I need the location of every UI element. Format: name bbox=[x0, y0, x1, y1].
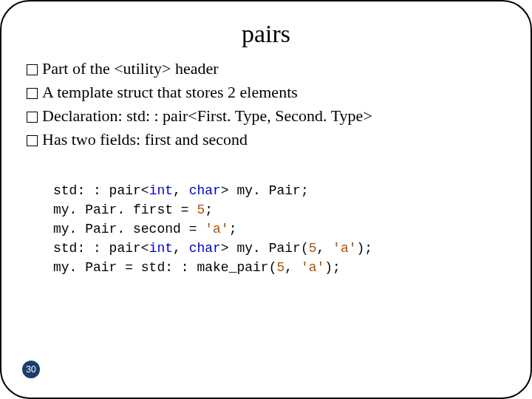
code-char: 'a' bbox=[205, 222, 228, 236]
code-text: ); bbox=[324, 260, 341, 275]
bullet-item: Has two fields: first and second bbox=[27, 128, 501, 151]
bullet-box-icon bbox=[27, 64, 38, 75]
code-text: ; bbox=[229, 222, 237, 236]
code-text: my. Pair = std: : make_pair( bbox=[53, 260, 276, 275]
code-text: ); bbox=[357, 241, 373, 256]
bullet-list: Part of the <utility> header A template … bbox=[27, 57, 501, 151]
bullet-box-icon bbox=[27, 112, 38, 123]
page-number-badge: 30 bbox=[22, 361, 40, 378]
code-block: std: : pair<int, char> my. Pair; my. Pai… bbox=[53, 181, 501, 277]
bullet-box-icon bbox=[27, 88, 38, 99]
code-text: my. Pair. first = bbox=[53, 202, 197, 217]
bullet-text: A template struct that stores 2 elements bbox=[42, 81, 298, 104]
code-keyword: char bbox=[189, 183, 221, 198]
code-keyword: int bbox=[149, 183, 173, 198]
code-text: ; bbox=[205, 202, 213, 217]
code-text: > my. Pair( bbox=[221, 241, 309, 256]
slide-title: pairs bbox=[31, 20, 501, 48]
code-char: 'a' bbox=[301, 260, 324, 275]
code-number: 5 bbox=[309, 241, 317, 256]
code-text: , bbox=[284, 260, 301, 275]
code-keyword: int bbox=[149, 241, 173, 256]
slide-frame: pairs Part of the <utility> header A tem… bbox=[0, 0, 532, 399]
code-keyword: char bbox=[189, 241, 221, 256]
code-text: std: : pair< bbox=[53, 183, 149, 198]
code-text: my. Pair. second = bbox=[53, 222, 205, 236]
code-text: , bbox=[173, 183, 189, 198]
code-text: > my. Pair; bbox=[221, 183, 309, 198]
code-number: 5 bbox=[197, 202, 205, 217]
code-char: 'a' bbox=[332, 241, 356, 256]
code-text: std: : pair< bbox=[53, 241, 149, 256]
page-number: 30 bbox=[26, 364, 35, 375]
bullet-text: Has two fields: first and second bbox=[42, 128, 248, 151]
bullet-item: Part of the <utility> header bbox=[27, 57, 501, 81]
bullet-box-icon bbox=[27, 135, 38, 146]
bullet-item: A template struct that stores 2 elements bbox=[27, 81, 501, 104]
code-text: , bbox=[317, 241, 333, 256]
bullet-text: Part of the <utility> header bbox=[42, 57, 219, 81]
code-number: 5 bbox=[276, 260, 284, 275]
bullet-text: Declaration: std: : pair<First. Type, Se… bbox=[42, 104, 372, 128]
bullet-item: Declaration: std: : pair<First. Type, Se… bbox=[27, 104, 501, 128]
code-text: , bbox=[173, 241, 189, 256]
